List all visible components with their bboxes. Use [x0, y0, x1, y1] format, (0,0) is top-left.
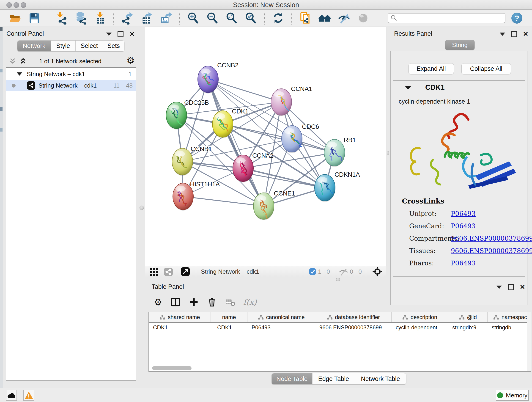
horizontal-splitter-handle[interactable] — [336, 278, 340, 281]
protein-card-header[interactable]: CDK1 — [393, 81, 525, 95]
export-table-button[interactable] — [140, 12, 153, 25]
grid-view-icon[interactable] — [149, 266, 160, 277]
tab-network[interactable]: Network — [17, 41, 51, 51]
save-session-button[interactable] — [28, 12, 41, 25]
panel-close-icon[interactable]: ✕ — [129, 32, 135, 36]
tab-network-table[interactable]: Network Table — [355, 373, 406, 384]
add-column-icon[interactable] — [189, 297, 199, 307]
hide-selected-button[interactable] — [337, 12, 350, 25]
network-node-HIST1H1A[interactable]: HIST1H1A — [173, 181, 220, 211]
title-bar: Session: New Session — [0, 0, 532, 10]
crosslink-link[interactable]: 9606.ENSP00000378699 — [451, 247, 532, 255]
column-header-id[interactable]: @id — [448, 312, 488, 322]
panel-float-icon[interactable] — [511, 31, 517, 37]
save-floppy-icon — [28, 12, 41, 25]
network-row-selected[interactable]: String Network – cdk1 11 48 — [6, 80, 136, 91]
tab-node-table[interactable]: Node Table — [272, 373, 312, 384]
tab-sets[interactable]: Sets — [103, 41, 124, 51]
table-vertical-scrollbar[interactable] — [527, 312, 531, 371]
open-session-button[interactable] — [9, 12, 22, 25]
show-columns-icon[interactable] — [170, 297, 181, 307]
tab-string[interactable]: String — [445, 40, 475, 50]
table-options-gear-icon[interactable]: ⚙ — [154, 297, 162, 307]
function-builder-icon[interactable]: f(x) — [243, 298, 257, 307]
network-tree: String Network – cdk1 1 String Network –… — [6, 67, 136, 381]
tab-select[interactable]: Select — [75, 41, 103, 51]
zoom-out-button[interactable] — [206, 12, 219, 25]
network-node-CDC25B[interactable]: CDC25B — [166, 99, 209, 129]
memory-button[interactable]: Memory — [496, 390, 529, 401]
column-header-shared-name[interactable]: shared name — [149, 312, 211, 322]
clone-network-button[interactable] — [299, 12, 312, 25]
panel-float-icon[interactable] — [508, 284, 514, 290]
network-options-gear-icon[interactable]: ⚙ — [127, 55, 135, 65]
search-input[interactable] — [388, 13, 505, 23]
crosslink-link[interactable]: P06493 — [451, 210, 476, 217]
cloud-status-button[interactable] — [6, 390, 17, 401]
node-label-CCNB1: CCNB1 — [191, 145, 212, 153]
left-splitter-handle[interactable] — [139, 206, 144, 210]
expand-all-button[interactable]: Expand All — [409, 63, 454, 74]
show-all-button[interactable] — [357, 12, 370, 25]
zoom-in-button[interactable] — [187, 12, 200, 25]
crosslink-label: Uniprot: — [409, 210, 437, 217]
zoom-fit-button[interactable] — [225, 12, 238, 25]
network-node-CDC6[interactable]: CDC6 — [282, 123, 319, 153]
network-edge-HIST1H1A-CCNE1[interactable] — [183, 196, 264, 206]
collapse-protein-icon[interactable] — [405, 86, 411, 89]
panel-menu-icon[interactable] — [106, 32, 112, 36]
collection-expand-icon[interactable] — [17, 72, 22, 76]
toolbar-separator — [48, 12, 48, 25]
pan-crosshair-icon[interactable] — [372, 266, 383, 277]
refresh-layout-button[interactable] — [272, 12, 285, 25]
import-network-file-button[interactable] — [55, 12, 68, 25]
panel-menu-icon[interactable] — [496, 286, 502, 289]
column-header-name[interactable]: name — [211, 312, 247, 322]
column-header-canonical-name[interactable]: canonical name — [247, 312, 315, 322]
network-node-CCNE1[interactable]: CCNE1 — [253, 190, 295, 220]
detach-view-icon[interactable] — [180, 267, 190, 277]
panel-close-icon[interactable]: ✕ — [520, 285, 525, 289]
help-button[interactable]: ? — [511, 13, 522, 24]
export-network-button[interactable] — [121, 12, 134, 25]
export-image-button[interactable] — [159, 12, 172, 25]
network-collection-row[interactable]: String Network – cdk1 1 — [6, 68, 136, 80]
column-header-namespace[interactable]: namespace — [488, 312, 531, 322]
network-node-CDKN1A[interactable]: CDKN1A — [315, 171, 360, 202]
network-node-RB1[interactable]: RB1 — [324, 136, 356, 167]
table-horizontal-scrollbar-thumb[interactable] — [152, 366, 191, 370]
collapse-all-button[interactable]: Collapse All — [462, 63, 511, 74]
network-node-CCNB1[interactable]: CCNB1 — [172, 145, 212, 176]
import-network-database-button[interactable] — [75, 12, 87, 25]
node-label-CCNA1: CCNA1 — [291, 85, 312, 92]
network-edge-CCNA2-CDKN1A[interactable] — [243, 168, 325, 188]
network-node-CDK1[interactable]: CDK1 — [212, 108, 249, 138]
network-edge-CCNB2-CCNA1[interactable] — [208, 79, 281, 102]
network-type-icon — [27, 81, 35, 89]
zoom-selected-button[interactable] — [244, 12, 257, 25]
panel-float-icon[interactable] — [118, 31, 123, 37]
table-row[interactable]: CDK1 CDK1 P06493 9606.ENSP00000378699 cy… — [149, 323, 531, 332]
network-label: String Network – cdk1 — [38, 82, 97, 89]
import-table-file-button[interactable] — [94, 12, 107, 25]
warnings-button[interactable] — [23, 390, 34, 401]
panel-menu-icon[interactable] — [500, 32, 505, 36]
tab-edge-table[interactable]: Edge Table — [312, 373, 355, 384]
zoom-in-icon — [187, 12, 200, 25]
network-node-CCNA2[interactable]: CCNA2 — [233, 152, 273, 182]
network-canvas[interactable]: CCNB2CCNA1CDC25BCDK1CDC6RB1CCNB1CCNA2CDK… — [145, 27, 387, 266]
table-panel-window-controls: ✕ — [496, 284, 525, 290]
column-header-description[interactable]: description — [392, 312, 448, 322]
crosslink-link[interactable]: P06493 — [451, 222, 476, 230]
crosslink-link[interactable]: P06493 — [451, 259, 476, 267]
network-view-icon[interactable] — [163, 266, 174, 277]
column-header-database-identifier[interactable]: database identifier — [315, 312, 392, 322]
tab-style[interactable]: Style — [51, 41, 75, 51]
delete-column-icon[interactable] — [207, 297, 217, 307]
crosslink-link[interactable]: 9606.ENSP00000378699 — [451, 235, 532, 242]
network-view-title: String Network – cdk1 — [201, 268, 259, 275]
sphere-icon — [357, 12, 370, 25]
delete-table-icon[interactable] — [225, 297, 235, 307]
panel-close-icon[interactable]: ✕ — [523, 32, 528, 36]
string-home-button[interactable] — [318, 12, 331, 25]
